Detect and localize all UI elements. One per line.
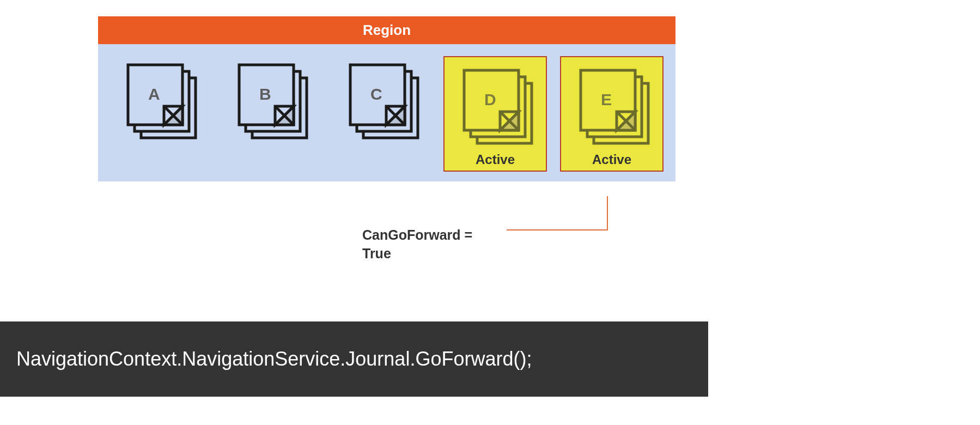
code-snippet: NavigationContext.NavigationService.Jour… — [0, 321, 708, 397]
pages-icon: C — [340, 56, 422, 143]
annotation-line2: True — [362, 246, 391, 261]
region-title: Region — [363, 22, 411, 38]
region-container: Region A — [98, 16, 675, 181]
pages-icon: B — [229, 56, 311, 143]
view-stack-e-active: E Active — [560, 56, 664, 172]
active-label: Active — [563, 152, 660, 167]
annotation-text: CanGoForward = True — [362, 226, 504, 263]
callout-line-icon — [501, 196, 610, 240]
stack-letter: C — [370, 85, 382, 103]
stack-letter: D — [484, 90, 496, 108]
stack-letter: B — [259, 85, 271, 103]
pages-icon: E — [571, 62, 653, 149]
stack-letter: A — [148, 85, 160, 103]
pages-icon: A — [118, 56, 200, 143]
annotation-line1: CanGoForward = — [362, 227, 472, 242]
stack-letter: E — [601, 90, 612, 108]
view-stack-c: C — [332, 56, 430, 143]
view-stack-b: B — [221, 56, 319, 143]
active-label: Active — [447, 152, 544, 167]
code-text: NavigationContext.NavigationService.Jour… — [16, 348, 532, 370]
region-body: A B — [98, 44, 675, 181]
region-header: Region — [98, 16, 675, 44]
diagram-canvas: Region A — [0, 0, 980, 425]
pages-icon: D — [454, 62, 536, 149]
view-stack-a: A — [110, 56, 208, 143]
view-stack-d-active: D Active — [443, 56, 547, 172]
